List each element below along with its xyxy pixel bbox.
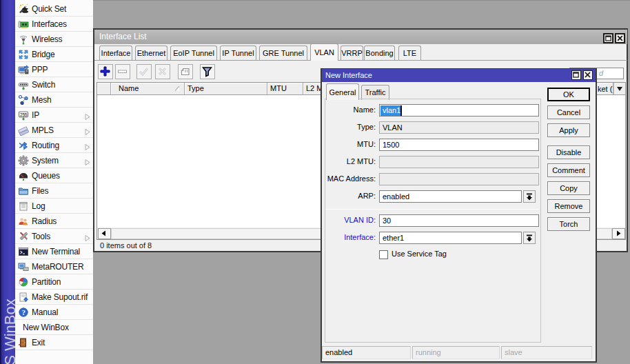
svg-text:?: ? — [21, 308, 25, 316]
svg-text:255: 255 — [20, 112, 28, 117]
